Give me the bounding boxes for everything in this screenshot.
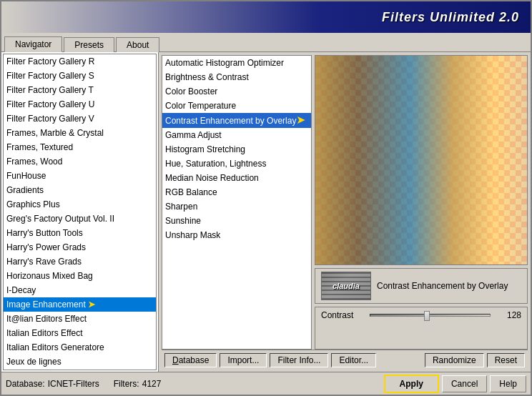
contrast-value: 128 xyxy=(496,310,521,320)
preview-panel: claudia Contrast Enhancement by Overlay … xyxy=(315,55,528,350)
cancel-button[interactable]: Cancel xyxy=(442,375,487,392)
preview-overlay xyxy=(315,56,527,264)
randomize-button[interactable]: Randomize xyxy=(425,353,484,367)
list-item[interactable]: Harry's Power Grads xyxy=(4,240,156,254)
filter-list-item[interactable]: Hue, Saturation, Lightness xyxy=(162,157,311,171)
list-item[interactable]: I-Decay xyxy=(4,283,156,297)
reset-button[interactable]: Reset xyxy=(487,353,525,367)
filter-list-item[interactable]: Automatic Histogram Optimizer xyxy=(162,56,311,70)
slider-row-contrast: Contrast 128 xyxy=(321,310,521,320)
category-list[interactable]: Filter Factory Gallery RFilter Factory G… xyxy=(3,54,157,370)
filter-list-item[interactable]: Gamma Adjust xyxy=(162,128,311,142)
tab-navigator[interactable]: Navigator xyxy=(4,36,62,52)
filter-list-item[interactable]: Sharpen xyxy=(162,199,311,214)
list-item[interactable]: It@lian Editors Effect xyxy=(4,312,156,326)
list-item[interactable]: Filter Factory Gallery R xyxy=(4,54,156,69)
preview-stripes xyxy=(315,56,527,264)
list-item[interactable]: Filter Factory Gallery V xyxy=(4,112,156,126)
filter-list-item[interactable]: Color Booster xyxy=(162,84,311,99)
database-status-label: Database: xyxy=(6,379,45,389)
sliders-panel: Contrast 128 xyxy=(315,307,528,350)
main-window: Filters Unlimited 2.0 Navigator Presets … xyxy=(0,0,532,396)
plugin-name: Contrast Enhancement by Overlay xyxy=(377,281,521,291)
list-item[interactable]: Image Enhancement ➤ xyxy=(4,297,156,312)
list-item[interactable]: Horizonaus Mixed Bag xyxy=(4,269,156,283)
editor-button[interactable]: Editor... xyxy=(331,353,376,367)
plugin-info: claudia Contrast Enhancement by Overlay xyxy=(315,268,528,304)
list-item[interactable]: Johann's Filters xyxy=(4,369,156,370)
import-button[interactable]: Import... xyxy=(220,353,267,367)
filters-status-label: Filters: xyxy=(114,379,139,389)
filter-list[interactable]: Automatic Histogram OptimizerBrightness … xyxy=(162,55,312,350)
category-panel: Filter Factory Gallery RFilter Factory G… xyxy=(1,52,159,372)
app-title: Filters Unlimited 2.0 xyxy=(382,10,519,25)
list-item[interactable]: Filter Factory Gallery T xyxy=(4,83,156,97)
list-item[interactable]: Harry's Button Tools xyxy=(4,226,156,240)
contrast-slider-track[interactable] xyxy=(370,314,491,317)
database-status: Database: ICNET-Filters xyxy=(6,379,99,389)
database-status-value: ICNET-Filters xyxy=(48,379,99,389)
filter-list-item[interactable]: Unsharp Mask xyxy=(162,228,311,242)
status-bar: Database: ICNET-Filters Filters: 4127 Ap… xyxy=(1,372,531,395)
filter-list-item[interactable]: Brightness & Contrast xyxy=(162,70,311,84)
list-item[interactable]: Frames, Textured xyxy=(4,140,156,154)
main-content: Filter Factory Gallery RFilter Factory G… xyxy=(1,51,531,372)
list-item[interactable]: Italian Editors Generatore xyxy=(4,340,156,355)
tab-presets[interactable]: Presets xyxy=(64,37,114,52)
list-item[interactable]: FunHouse xyxy=(4,169,156,183)
list-item[interactable]: Filter Factory Gallery U xyxy=(4,97,156,112)
list-item[interactable]: Harry's Rave Grads xyxy=(4,254,156,269)
list-item[interactable]: Greg's Factory Output Vol. II xyxy=(4,212,156,226)
filters-status: Filters: 4127 xyxy=(114,379,162,389)
list-item[interactable]: Italian Editors Effect xyxy=(4,326,156,340)
bottom-toolbar: Database Import... Filter Info... Editor… xyxy=(162,350,528,369)
help-button[interactable]: Help xyxy=(490,375,526,392)
filter-list-item[interactable]: Histogram Stretching xyxy=(162,142,311,157)
filter-info-button[interactable]: Filter Info... xyxy=(270,353,328,367)
database-label: D xyxy=(172,355,179,365)
apply-button[interactable]: Apply xyxy=(384,375,439,393)
list-item[interactable]: Frames, Marble & Crystal xyxy=(4,126,156,140)
selected-arrow-icon: ➤ xyxy=(296,114,305,127)
contrast-label: Contrast xyxy=(321,310,364,320)
filters-status-value: 4127 xyxy=(142,379,162,389)
contrast-slider-thumb[interactable] xyxy=(424,311,430,321)
plugin-logo: claudia xyxy=(321,272,371,300)
filter-list-item[interactable]: RGB Balance xyxy=(162,185,311,199)
database-button[interactable]: Database xyxy=(164,353,217,367)
title-bar: Filters Unlimited 2.0 xyxy=(1,1,531,33)
right-top: Automatic Histogram OptimizerBrightness … xyxy=(162,55,528,350)
apply-section: Apply Cancel Help xyxy=(384,375,526,393)
filter-list-item[interactable]: Contrast Enhancement by Overlay ➤ xyxy=(162,113,311,128)
right-panel: Automatic Histogram OptimizerBrightness … xyxy=(159,52,531,372)
filter-list-item[interactable]: Median Noise Reduction xyxy=(162,171,311,185)
list-item[interactable]: Jeux de lignes xyxy=(4,355,156,369)
list-item[interactable]: Graphics Plus xyxy=(4,197,156,212)
preview-image xyxy=(315,55,528,265)
filter-list-item[interactable]: Color Temperature xyxy=(162,99,311,113)
tabs-bar: Navigator Presets About xyxy=(1,33,531,51)
plugin-logo-text: claudia xyxy=(332,282,360,290)
filter-list-item[interactable]: Sunshine xyxy=(162,214,311,228)
list-item[interactable]: Filter Factory Gallery S xyxy=(4,69,156,83)
tab-about[interactable]: About xyxy=(116,37,159,52)
list-item[interactable]: Frames, Wood xyxy=(4,154,156,169)
list-item[interactable]: Gradients xyxy=(4,183,156,197)
